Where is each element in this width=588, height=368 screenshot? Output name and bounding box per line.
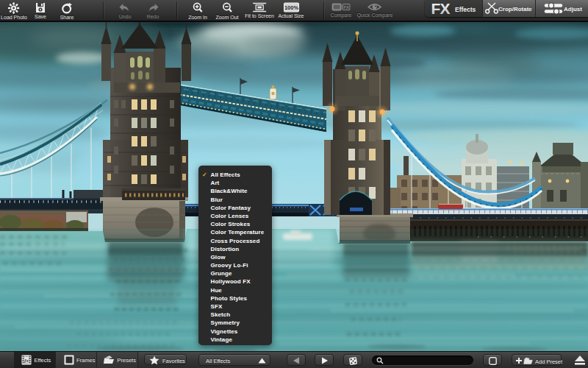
svg-text:FX: FX xyxy=(431,0,451,17)
svg-text:Crop/Rotate: Crop/Rotate xyxy=(498,6,532,13)
svg-text:100%: 100% xyxy=(284,4,298,11)
svg-text:Adjust: Adjust xyxy=(564,6,582,13)
svg-text:Effects: Effects xyxy=(455,6,476,13)
svg-text:fx: fx xyxy=(24,358,29,363)
svg-text:FX: FX xyxy=(344,5,349,10)
